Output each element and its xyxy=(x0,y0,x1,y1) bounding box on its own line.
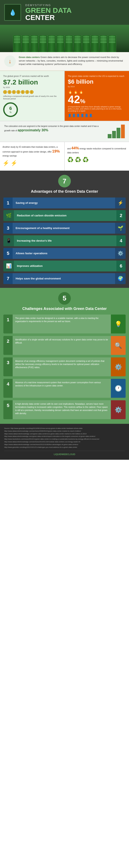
server-rack-9 xyxy=(82,35,90,52)
footer-source-5: http://www.tssolutions.com/news/2013/11/… xyxy=(4,438,125,441)
stat-left: The global green IT services market will… xyxy=(0,71,65,121)
challenge-5: 5 A high-density data center comes with … xyxy=(3,400,126,419)
challenge-text-2: Identification of a single vendor with a… xyxy=(12,336,111,355)
bar-4 xyxy=(121,125,125,138)
coin-5: $ xyxy=(21,90,25,94)
challenge-text-5: A high-density data center comes with it… xyxy=(12,400,111,419)
challenge-icon-3: ⚙️ xyxy=(111,358,126,376)
header-line2: CENTER xyxy=(25,14,72,21)
footer-source-6: http://www.datacenterknowledge.com/archi… xyxy=(4,441,125,443)
hero-section xyxy=(0,25,129,52)
advantages-section: 7 Advantages of the Green Data Center 1 … xyxy=(0,170,129,288)
adv-row-2: 2 Reduction of carbon dioxide emission 🌿 xyxy=(3,210,126,221)
persons-row: 👤 👤 👤 👤 👤 👤 xyxy=(68,114,126,117)
adv-icon-7: 🌍 xyxy=(115,273,126,284)
intro-text: Green data centers Green data centers ai… xyxy=(19,56,125,66)
adv-row-6: 6 Improves utilization 📊 xyxy=(3,260,126,272)
stat-left-label: The global green IT services market will… xyxy=(3,75,61,78)
energy-section: Another study by IO estimates that modul… xyxy=(0,142,129,170)
stat-42-num: 42 xyxy=(68,93,80,105)
coin-1: $ xyxy=(3,90,7,94)
challenge-num-3: 3 xyxy=(3,358,12,376)
adv-row-3: 3 Encouragement of a healthy environment… xyxy=(3,223,126,234)
footer-section: Source: http://www.greenbiz.com/blog/201… xyxy=(0,424,129,460)
colo-text: The colocation end-use segment is the la… xyxy=(4,125,105,138)
bar-fill-2 xyxy=(112,131,116,138)
server-rack-3 xyxy=(30,35,38,52)
stat-left-value: $7.2 billion xyxy=(3,79,61,86)
footer-brand: LIQUIDWEBCLOUD xyxy=(4,451,125,456)
coin-2: $ xyxy=(7,90,11,94)
growth-text: reflecting a compound annual growth rate… xyxy=(3,95,61,100)
colo-section: The colocation end-use segment is the la… xyxy=(0,121,129,142)
bolt-icon-2: ⚡ xyxy=(10,159,17,167)
bar-2 xyxy=(112,131,116,138)
challenge-num-4: 4 xyxy=(3,379,12,398)
adv-label-1: Saving of energy xyxy=(12,201,115,205)
adv-icon-4: 📱 xyxy=(3,235,14,246)
adv-num-7: 7 xyxy=(3,273,12,284)
adv-num-3: 3 xyxy=(3,223,12,234)
growth-num: 6 xyxy=(9,106,12,111)
challenge-text-3: Absence of an energy efficiency manageme… xyxy=(12,358,111,376)
recycle-icon-2: ♻️ xyxy=(75,156,81,163)
adv-icon-3: 🌱 xyxy=(115,223,126,234)
adv-row-4: 4 Increasing the device's life 📱 xyxy=(3,235,126,246)
footer-source-8: http://www.greenbiz.com/blog/2012/10/11/… xyxy=(4,446,125,449)
advantages-header: 7 Advantages of the Green Data Center xyxy=(3,175,126,194)
adv-label-3: Encouragement of a healthy environment xyxy=(12,226,115,230)
adv-num-2: 2 xyxy=(117,210,126,221)
advantages-num: 7 xyxy=(62,177,67,185)
adv-icon-2: 🌿 xyxy=(3,210,14,221)
person-4: 👤 xyxy=(80,114,84,117)
adv-icon-1: ⚡ xyxy=(115,197,126,209)
hero-servers xyxy=(0,35,129,52)
challenge-1: 1 The green data center must be designed… xyxy=(3,314,126,334)
server-rack-8 xyxy=(74,35,82,52)
bolt-row: ⚡ ⚡ xyxy=(2,159,62,167)
advantages-title: Advantages of the Green Data Center xyxy=(31,189,98,194)
adv-num-1: 1 xyxy=(3,197,12,209)
adv-row-1: 1 Saving of energy ⚡ xyxy=(3,197,126,209)
coin-7: $ xyxy=(30,90,33,94)
person-2: 👤 xyxy=(72,114,76,117)
adv-row-7: 7 Helps save the global environment 🌍 xyxy=(3,273,126,284)
energy-left: Another study by IO estimates that modul… xyxy=(0,142,65,170)
energy-pct-44: 44% xyxy=(71,146,79,150)
server-rack-4 xyxy=(39,35,47,52)
adv-label-2: Reduction of carbon dioxide emission xyxy=(14,214,117,217)
recycle-row: ♻️ ♻️ ♻️ xyxy=(67,156,127,163)
coin-4: $ xyxy=(17,90,20,94)
coin-3: $ xyxy=(12,90,16,94)
header-line1: GREEN DATA xyxy=(25,7,72,14)
person-6: 👤 xyxy=(89,114,93,117)
server-rack-10 xyxy=(91,35,99,52)
energy-pct-19: 19% xyxy=(52,149,60,153)
stat-right-label: The green data center market in the US i… xyxy=(68,75,126,78)
header-title: DEMYSTIFYING GREEN DATA CENTER xyxy=(25,4,72,21)
challenge-icon-2: 🔍 xyxy=(111,336,126,355)
adv-label-7: Helps save the global environment xyxy=(12,277,115,280)
challenge-3: 3 Absence of an energy efficiency manage… xyxy=(3,358,126,376)
growth-pct: % xyxy=(10,111,11,114)
header: 💧 DEMYSTIFYING GREEN DATA CENTER xyxy=(0,0,129,25)
challenge-icon-1: 💡 xyxy=(111,314,126,334)
energy-right-text: and 44% energy waste reduction compared … xyxy=(67,146,127,154)
footer-source-3: https://www.datacenterknowledge.com/gree… xyxy=(4,433,125,435)
stat-right: The green data center market in the US i… xyxy=(65,71,129,121)
energy-right: and 44% energy waste reduction compared … xyxy=(65,142,129,170)
challenge-num-1: 1 xyxy=(3,314,12,334)
adv-label-4: Increasing the device's life xyxy=(14,239,117,242)
challenges-num: 5 xyxy=(62,294,67,302)
server-rack-1 xyxy=(13,35,21,52)
bar-1 xyxy=(108,134,111,138)
logo: 💧 xyxy=(4,4,21,21)
footer-source-1: Source: http://www.greenbiz.com/blog/201… xyxy=(4,427,125,430)
coin-6: $ xyxy=(25,90,29,94)
recycle-icon-1: ♻️ xyxy=(67,156,74,163)
server-rack-2 xyxy=(22,35,30,52)
challenges-title: Challenges Associated with Green Data Ce… xyxy=(22,306,107,311)
server-rack-11 xyxy=(100,35,107,52)
adv-num-6: 6 xyxy=(117,260,126,272)
recycle-icon-3: ♻️ xyxy=(82,156,89,163)
